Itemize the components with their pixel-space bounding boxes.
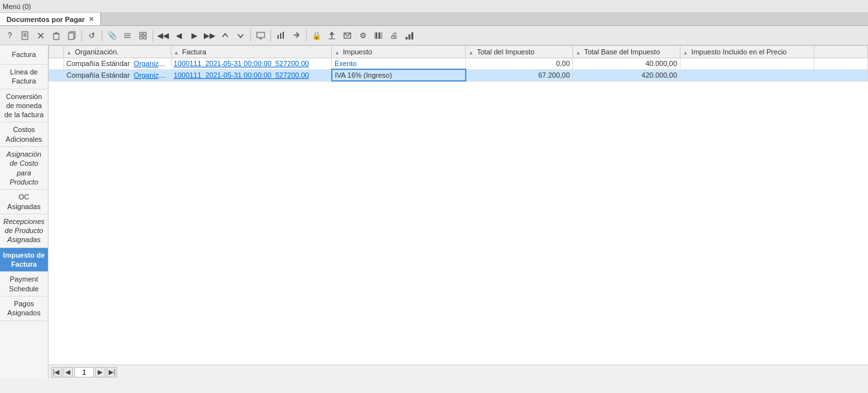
menu-label[interactable]: Menú (0) (3, 3, 31, 10)
prev-button[interactable]: ◀ (171, 28, 186, 43)
sidebar-item-payment-schedule[interactable]: Payment Schedule (0, 272, 48, 297)
help-button[interactable]: ? (3, 28, 17, 43)
next-button[interactable]: ▶ (187, 28, 201, 43)
cell-org-2: Compañía Estándar Organización (63, 69, 171, 81)
col-header-total-impuesto[interactable]: Total del Impuesto (466, 46, 573, 58)
col-header-organizacion[interactable]: Organización. (63, 46, 171, 58)
delete-button[interactable] (49, 28, 63, 43)
svg-rect-10 (69, 33, 74, 39)
main-layout: Factura Línea de Factura Conversión de m… (0, 45, 868, 379)
sep6 (306, 30, 307, 41)
tool-button[interactable]: ⚙ (356, 28, 370, 43)
svg-rect-16 (140, 36, 142, 39)
svg-rect-22 (280, 33, 281, 39)
svg-rect-17 (144, 36, 146, 39)
cell-total-imp-1: 0,00 (466, 58, 573, 70)
cell-impuesto-1[interactable]: Exento (332, 58, 466, 70)
print-button[interactable]: 🖨 (387, 28, 401, 43)
sidebar-item-pagos-asignados[interactable]: Pagos Asignados (0, 297, 48, 321)
cell-inc-precio-1 (680, 58, 814, 70)
svg-rect-14 (140, 32, 142, 35)
svg-rect-6 (54, 34, 59, 39)
cell-extra-2 (814, 69, 868, 81)
attach-button[interactable]: 📎 (105, 28, 119, 43)
barcode-button[interactable] (371, 28, 385, 43)
svg-rect-21 (277, 35, 279, 39)
sidebar-item-impuesto-factura[interactable]: Impuesto de Factura (0, 248, 48, 273)
cell-factura-2[interactable]: 1000111_2021-05-31 00:00:00_527200.00 (171, 69, 332, 81)
tab-bar: Documentos por Pagar ✕ (0, 13, 868, 26)
cell-org-link-2[interactable]: Organización (134, 71, 171, 79)
cell-impuesto-2[interactable]: IVA 16% (Ingreso) (332, 69, 466, 81)
toolbar: ? ↺ 📎 ◀◀ ◀ ▶ ▶▶ 🔒 ⚙ (0, 26, 868, 45)
svg-rect-33 (406, 37, 407, 39)
sidebar-item-oc-asignadas[interactable]: OC Asignadas (0, 190, 48, 214)
sep2 (102, 30, 102, 41)
sep3 (153, 30, 153, 41)
pagination-bar: |◀ ◀ 1 ▶ ▶| (49, 365, 868, 379)
cell-total-base-2: 420.000,00 (573, 69, 680, 81)
tab-close-icon[interactable]: ✕ (89, 16, 94, 23)
cell-check-2[interactable] (49, 69, 64, 81)
cell-factura-1[interactable]: 1000111_2021-05-31 00:00:00_527200.00 (171, 58, 332, 70)
upload-button[interactable] (325, 28, 339, 43)
new-button[interactable] (18, 28, 32, 43)
page-prev-button[interactable]: ◀ (63, 367, 73, 377)
sidebar-item-costos-adicionales[interactable]: Costos Adicionales (0, 122, 48, 147)
data-table: Organización. Factura Impuesto Total del… (49, 45, 868, 82)
svg-rect-35 (411, 32, 413, 39)
lock-button[interactable]: 🔒 (309, 28, 323, 43)
last-button[interactable]: ▶▶ (202, 28, 217, 43)
col-header-total-base[interactable]: Total Base del Impuesto (573, 46, 680, 58)
sidebar-item-factura[interactable]: Factura (0, 45, 48, 65)
export-button[interactable] (289, 28, 303, 43)
table-row[interactable]: Compañía Estándar Organización 1000111_2… (49, 58, 868, 70)
sep5 (270, 30, 271, 41)
sep4 (250, 30, 251, 41)
table-row[interactable]: Compañía Estándar Organización 1000111_2… (49, 69, 868, 81)
grid-view-button[interactable] (136, 28, 150, 43)
sidebar-item-linea-factura[interactable]: Línea de Factura (0, 65, 48, 89)
cell-inc-precio-2 (680, 69, 814, 81)
refresh-button[interactable]: ↺ (85, 28, 99, 43)
svg-rect-0 (22, 32, 28, 39)
cell-org-1: Compañía Estándar Organización (63, 58, 171, 70)
chart-button[interactable] (274, 28, 288, 43)
tab-label: Documentos por Pagar (6, 16, 85, 23)
svg-rect-18 (257, 32, 265, 38)
first-button[interactable]: ◀◀ (156, 28, 170, 43)
up-button[interactable] (218, 28, 232, 43)
cell-total-base-1: 40.000,00 (573, 58, 680, 70)
monitor-button[interactable] (254, 28, 268, 43)
send-button[interactable] (340, 28, 354, 43)
page-number-input[interactable]: 1 (74, 367, 94, 377)
svg-rect-34 (409, 34, 411, 39)
cell-check-1[interactable] (49, 58, 64, 70)
tab-documentos[interactable]: Documentos por Pagar ✕ (0, 13, 101, 25)
delete-row-button[interactable] (34, 28, 48, 43)
cell-extra-1 (814, 58, 868, 70)
sidebar: Factura Línea de Factura Conversión de m… (0, 45, 49, 379)
svg-rect-15 (144, 32, 146, 35)
page-next-button[interactable]: ▶ (95, 367, 105, 377)
cell-total-imp-2: 67.200,00 (466, 69, 573, 81)
page-last-button[interactable]: ▶| (107, 367, 117, 377)
cell-org-link-1[interactable]: Organización (134, 60, 171, 67)
sidebar-item-asignacion-costo[interactable]: Asignación de Costo para Producto (0, 147, 48, 190)
sidebar-item-recepciones[interactable]: Recepciones de Producto Asignadas (0, 214, 48, 248)
col-header-factura[interactable]: Factura (171, 46, 332, 58)
page-first-button[interactable]: |◀ (51, 367, 61, 377)
content-area: Organización. Factura Impuesto Total del… (49, 45, 868, 379)
down-button[interactable] (233, 28, 248, 43)
col-header-incluido-precio[interactable]: Impuesto Incluido en el Precio (680, 46, 814, 58)
col-header-impuesto[interactable]: Impuesto (332, 46, 466, 58)
sep1 (81, 30, 82, 41)
sidebar-item-conversion[interactable]: Conversión de moneda de la factura (0, 89, 48, 123)
graph2-button[interactable] (402, 28, 417, 43)
col-header-extra (814, 46, 868, 58)
copy-button[interactable] (65, 28, 79, 43)
top-menu-bar: Menú (0) (0, 0, 868, 13)
list-view-button[interactable] (120, 28, 135, 43)
svg-rect-23 (283, 32, 284, 39)
col-header-check (49, 46, 64, 58)
